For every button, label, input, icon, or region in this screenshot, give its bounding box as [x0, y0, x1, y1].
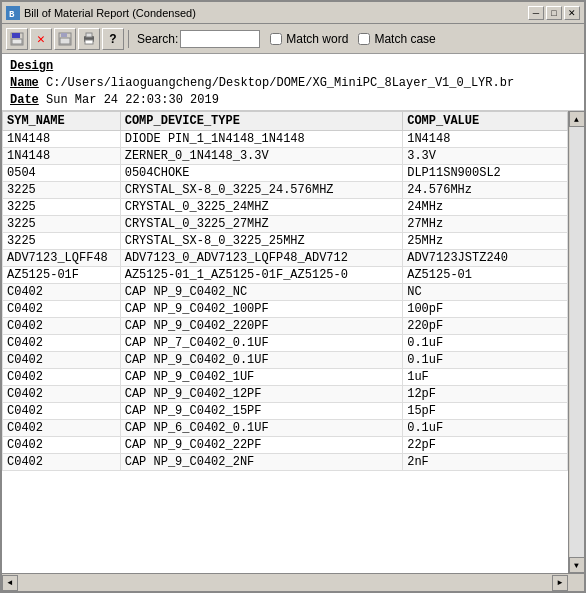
table-row: 3225CRYSTAL_0_3225_24MHZ24MHz — [3, 199, 568, 216]
table-cell: CAP NP_9_C0402_1UF — [120, 369, 403, 386]
table-row: 3225CRYSTAL_SX-8_0_3225_25MHZ25MHz — [3, 233, 568, 250]
table-cell: 100pF — [403, 301, 568, 318]
table-cell: CAP NP_9_C0402_15PF — [120, 403, 403, 420]
match-word-label: Match word — [286, 32, 348, 46]
table-cell: C0402 — [3, 420, 121, 437]
table-row: 1N4148ZERNER_0_1N4148_3.3V3.3V — [3, 148, 568, 165]
disk-button[interactable] — [54, 28, 76, 50]
table-cell: 0.1uF — [403, 420, 568, 437]
toolbar-separator — [128, 30, 129, 48]
app-icon: B — [6, 6, 20, 20]
table-cell: CRYSTAL_0_3225_24MHZ — [120, 199, 403, 216]
content-area: Design Name C:/Users/liaoguangcheng/Desk… — [2, 54, 584, 591]
table-cell: ADV7123_0_ADV7123_LQFP48_ADV712 — [120, 250, 403, 267]
horizontal-scroll-track[interactable] — [18, 576, 552, 590]
title-bar-buttons: ─ □ ✕ — [528, 6, 580, 20]
table-cell: 3225 — [3, 182, 121, 199]
vertical-scrollbar[interactable]: ▲ ▼ — [568, 111, 584, 573]
table-cell: CAP NP_9_C0402_100PF — [120, 301, 403, 318]
match-case-label: Match case — [374, 32, 435, 46]
table-cell: AZ5125-01_1_AZ5125-01F_AZ5125-0 — [120, 267, 403, 284]
table-cell: CRYSTAL_SX-8_0_3225_24.576MHZ — [120, 182, 403, 199]
scroll-down-button[interactable]: ▼ — [569, 557, 585, 573]
close-button[interactable]: ✕ — [564, 6, 580, 20]
table-cell: CRYSTAL_0_3225_27MHZ — [120, 216, 403, 233]
print-button[interactable] — [78, 28, 100, 50]
table-cell: C0402 — [3, 454, 121, 471]
table-row: 3225CRYSTAL_SX-8_0_3225_24.576MHZ24.576M… — [3, 182, 568, 199]
design-info: Design Name C:/Users/liaoguangcheng/Desk… — [2, 54, 584, 111]
col-comp-device: COMP_DEVICE_TYPE — [120, 112, 403, 131]
svg-rect-9 — [86, 33, 92, 37]
col-comp-value: COMP_VALUE — [403, 112, 568, 131]
table-cell: CAP NP_9_C0402_22PF — [120, 437, 403, 454]
match-case-group: Match case — [358, 32, 435, 46]
svg-text:B: B — [9, 10, 15, 20]
table-row: AZ5125-01FAZ5125-01_1_AZ5125-01F_AZ5125-… — [3, 267, 568, 284]
svg-rect-10 — [85, 40, 93, 44]
minimize-button[interactable]: ─ — [528, 6, 544, 20]
maximize-button[interactable]: □ — [546, 6, 562, 20]
search-label: Search: — [137, 32, 178, 46]
table-cell: 2nF — [403, 454, 568, 471]
save-button[interactable] — [6, 28, 28, 50]
design-name-row: Name C:/Users/liaoguangcheng/Desktop/DOM… — [10, 75, 576, 92]
table-container[interactable]: SYM_NAME COMP_DEVICE_TYPE COMP_VALUE 1N4… — [2, 111, 568, 573]
title-bar-left: B Bill of Material Report (Condensed) — [6, 6, 196, 20]
table-row: C0402CAP NP_9_C0402_22PF22pF — [3, 437, 568, 454]
table-row: C0402CAP NP_7_C0402_0.1UF0.1uF — [3, 335, 568, 352]
table-row: 05040504CHOKEDLP11SN900SL2 — [3, 165, 568, 182]
table-cell: 3.3V — [403, 148, 568, 165]
table-header-row: SYM_NAME COMP_DEVICE_TYPE COMP_VALUE — [3, 112, 568, 131]
table-cell: DIODE PIN_1_1N4148_1N4148 — [120, 131, 403, 148]
design-name-value: C:/Users/liaoguangcheng/Desktop/DOME/XG_… — [46, 76, 514, 90]
table-cell: C0402 — [3, 335, 121, 352]
table-cell: 25MHz — [403, 233, 568, 250]
col-sym-name: SYM_NAME — [3, 112, 121, 131]
table-row: C0402CAP NP_9_C0402_100PF100pF — [3, 301, 568, 318]
table-cell: CAP NP_9_C0402_0.1UF — [120, 352, 403, 369]
search-input[interactable] — [180, 30, 260, 48]
design-date-value: Sun Mar 24 22:03:30 2019 — [46, 93, 219, 107]
table-cell: ZERNER_0_1N4148_3.3V — [120, 148, 403, 165]
scroll-track[interactable] — [570, 127, 584, 557]
table-cell: CAP NP_7_C0402_0.1UF — [120, 335, 403, 352]
table-cell: 1N4148 — [3, 148, 121, 165]
table-cell: ADV7123_LQFF48 — [3, 250, 121, 267]
table-cell: C0402 — [3, 318, 121, 335]
scroll-up-button[interactable]: ▲ — [569, 111, 585, 127]
table-row: C0402CAP NP_6_C0402_0.1UF0.1uF — [3, 420, 568, 437]
table-cell: C0402 — [3, 352, 121, 369]
table-row: C0402CAP NP_9_C0402_1UF1uF — [3, 369, 568, 386]
delete-button[interactable]: ✕ — [30, 28, 52, 50]
svg-rect-3 — [12, 33, 20, 38]
table-cell: 3225 — [3, 199, 121, 216]
table-cell: 15pF — [403, 403, 568, 420]
table-row: 1N4148DIODE PIN_1_1N4148_1N41481N4148 — [3, 131, 568, 148]
table-cell: DLP11SN900SL2 — [403, 165, 568, 182]
match-word-checkbox[interactable] — [270, 33, 282, 45]
table-row: C0402CAP NP_9_C0402_2NF2nF — [3, 454, 568, 471]
table-cell: 24MHz — [403, 199, 568, 216]
svg-rect-4 — [12, 39, 22, 44]
table-row: C0402CAP NP_9_C0402_0.1UF0.1uF — [3, 352, 568, 369]
table-cell: 1uF — [403, 369, 568, 386]
bottom-bar: ◄ ► — [2, 573, 584, 591]
table-cell: ADV7123JSTZ240 — [403, 250, 568, 267]
table-cell: C0402 — [3, 386, 121, 403]
bom-table: SYM_NAME COMP_DEVICE_TYPE COMP_VALUE 1N4… — [2, 111, 568, 471]
match-word-group: Match word — [270, 32, 348, 46]
table-cell: 24.576MHz — [403, 182, 568, 199]
table-cell: NC — [403, 284, 568, 301]
table-cell: 27MHz — [403, 216, 568, 233]
help-button[interactable]: ? — [102, 28, 124, 50]
match-case-checkbox[interactable] — [358, 33, 370, 45]
table-cell: 0504CHOKE — [120, 165, 403, 182]
toolbar: ✕ ? Search: Match word — [2, 24, 584, 54]
scroll-right-button[interactable]: ► — [552, 575, 568, 591]
table-row: C0402CAP NP_9_C0402_12PF12pF — [3, 386, 568, 403]
table-cell: 3225 — [3, 233, 121, 250]
scroll-left-button[interactable]: ◄ — [2, 575, 18, 591]
table-cell: CAP NP_9_C0402_12PF — [120, 386, 403, 403]
table-row: C0402CAP NP_9_C0402_220PF220pF — [3, 318, 568, 335]
